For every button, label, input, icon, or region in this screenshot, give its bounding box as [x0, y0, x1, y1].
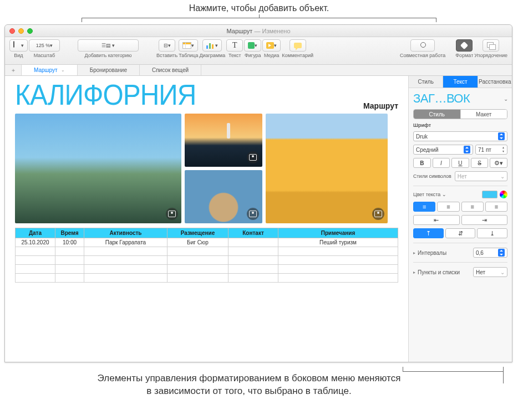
spacing-disclosure[interactable]: ▸Интервалы	[413, 250, 446, 256]
table-row[interactable]: .	[16, 265, 398, 274]
col-header[interactable]: Размещение	[167, 228, 228, 238]
collab-button[interactable]	[410, 39, 435, 52]
sheet-tab-label: Бронирование	[90, 67, 127, 73]
insert-button[interactable]: ⊟▾	[159, 39, 175, 52]
align-left-button[interactable]: ≡	[413, 202, 435, 212]
document-subtitle[interactable]: Маршрут	[363, 101, 398, 110]
image-placeholder-3[interactable]	[185, 170, 262, 223]
data-table[interactable]: Дата Время Активность Размещение Контакт…	[15, 228, 398, 283]
bold-button[interactable]: B	[413, 158, 431, 168]
select-arrows-icon	[498, 132, 505, 140]
sheet-tab-0[interactable]: Маршрут⌄	[22, 65, 78, 75]
zoom-select[interactable]: 125 %▾	[29, 39, 60, 52]
inspector-tab-text[interactable]: Текст	[443, 76, 478, 88]
cell[interactable]: Парк Гаррапата	[84, 238, 167, 247]
view-label: Вид	[14, 53, 23, 58]
font-weight-value: Средний	[416, 147, 439, 153]
spacing-label: Интервалы	[418, 250, 446, 256]
color-wheel-button[interactable]	[500, 191, 507, 198]
col-header[interactable]: Примечания	[278, 228, 398, 238]
text-color-swatch[interactable]	[482, 191, 497, 198]
format-label: Формат	[455, 53, 473, 58]
valign-bottom-button[interactable]: ⤓	[477, 228, 507, 238]
image-placeholder-4[interactable]	[266, 114, 388, 223]
sheet-tab-1[interactable]: Бронирование	[78, 65, 140, 75]
text-button[interactable]: T	[226, 39, 243, 52]
font-size-stepper[interactable]: 71 пт ▴▾	[475, 145, 507, 155]
table-row[interactable]: 25.10.2020 10:00 Парк Гаррапата Биг Сюр …	[16, 238, 398, 247]
table-row[interactable]: .	[16, 247, 398, 256]
cell[interactable]	[228, 238, 278, 247]
col-header[interactable]: Контакт	[228, 228, 278, 238]
paragraph-style-picker[interactable]: ЗАГ…ВОК ⌄	[413, 91, 507, 106]
spacing-select[interactable]: 0,6	[473, 248, 507, 258]
image-placeholder-icon	[166, 208, 178, 220]
h-align-buttons: ≡ ≡ ≡ ≡	[413, 202, 507, 212]
lists-disclosure[interactable]: ▸Пункты и списки	[413, 269, 460, 275]
document-title[interactable]: КАЛИФОРНИЯ	[15, 80, 368, 109]
spacing-value: 0,6	[476, 250, 484, 256]
arrange-button[interactable]	[483, 39, 499, 52]
align-justify-button[interactable]: ≡	[485, 202, 507, 212]
inspector-tab-style[interactable]: Стиль	[409, 76, 443, 88]
select-arrows-icon	[464, 146, 470, 153]
comment-icon	[294, 43, 302, 48]
subtab-style[interactable]: Стиль	[414, 110, 461, 119]
canvas[interactable]: КАЛИФОРНИЯ Маршрут Дата Время	[5, 76, 409, 362]
indent-button[interactable]: ⇥	[461, 215, 508, 225]
outdent-button[interactable]: ⇤	[413, 215, 460, 225]
shape-button[interactable]: ▾	[244, 39, 261, 52]
add-category-button[interactable]: ☰▤ ▾	[78, 39, 139, 52]
col-header[interactable]: Дата	[16, 228, 55, 238]
cell[interactable]: 25.10.2020	[16, 238, 55, 247]
align-right-button[interactable]: ≡	[461, 202, 484, 212]
close-window-button[interactable]	[9, 28, 15, 34]
gear-icon: ⚙	[494, 160, 500, 167]
chart-label: Диаграмма	[199, 53, 225, 58]
text-advanced-button[interactable]: ⚙▾	[490, 158, 507, 168]
image-placeholder-1[interactable]	[15, 114, 181, 223]
add-sheet-button[interactable]: ＋	[5, 65, 22, 75]
media-button[interactable]: ▾	[262, 39, 281, 52]
font-weight-select[interactable]: Средний	[413, 145, 473, 155]
table-row[interactable]: .	[16, 274, 398, 283]
valign-top-button[interactable]: ⤒	[413, 228, 444, 238]
format-button[interactable]	[456, 39, 473, 52]
text-color-label: Цвет текста ⌄	[413, 192, 446, 197]
collab-label: Совместная работа	[400, 53, 445, 58]
style-layout-segmented[interactable]: Стиль Макет	[413, 109, 507, 119]
image-placeholder-2[interactable]	[185, 114, 262, 167]
zoom-window-button[interactable]	[27, 28, 33, 34]
sheet-tab-2[interactable]: Список вещей	[140, 65, 201, 75]
char-styles-value: Нет	[458, 173, 467, 180]
cell[interactable]: Биг Сюр	[167, 238, 228, 247]
col-header[interactable]: Время	[55, 228, 84, 238]
cell[interactable]: 10:00	[55, 238, 84, 247]
align-center-button[interactable]: ≡	[437, 202, 459, 212]
select-arrows-icon	[498, 249, 505, 257]
chart-icon	[206, 42, 215, 49]
window-modified-text: — Изменено	[254, 28, 290, 34]
minimize-window-button[interactable]	[18, 28, 24, 34]
strike-button[interactable]: S	[471, 158, 489, 168]
table-button[interactable]: ▾	[179, 39, 198, 52]
valign-middle-button[interactable]: ⇵	[445, 228, 476, 238]
col-header[interactable]: Активность	[84, 228, 167, 238]
lists-select[interactable]: Нет ⌄	[473, 267, 507, 277]
comment-button[interactable]	[290, 39, 306, 52]
font-family-select[interactable]: Druk	[413, 131, 507, 141]
inspector-tab-arrange[interactable]: Расстановка	[478, 76, 512, 88]
chart-button[interactable]: ▾	[202, 39, 222, 52]
char-styles-select[interactable]: Нет ⌄	[455, 171, 507, 181]
subtab-layout[interactable]: Макет	[461, 110, 507, 119]
arrange-label: Упорядочение	[474, 53, 507, 58]
chevron-down-icon: ⌄	[504, 96, 508, 102]
window-controls	[5, 28, 33, 34]
table-row[interactable]: .	[16, 256, 398, 265]
view-button[interactable]: ▾	[9, 39, 28, 52]
italic-button[interactable]: I	[433, 158, 450, 168]
media-icon	[266, 42, 274, 49]
underline-button[interactable]: U	[451, 158, 469, 168]
cell[interactable]: Пеший туризм	[278, 238, 398, 247]
text-style-buttons: B I U S ⚙▾	[413, 158, 507, 168]
